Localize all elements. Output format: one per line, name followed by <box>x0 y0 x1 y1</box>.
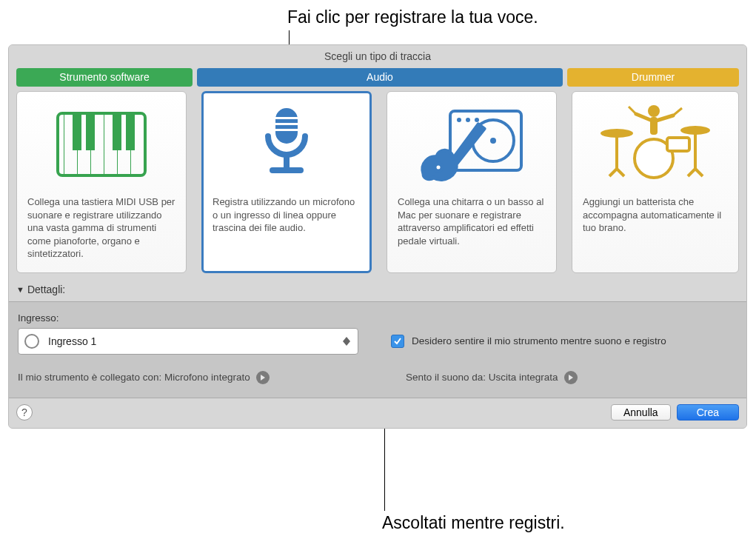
card-guitar-desc: Collega una chitarra o un basso al Mac p… <box>398 195 546 247</box>
keyboard-icon <box>27 101 175 188</box>
tab-software-instrument[interactable]: Strumento software <box>16 68 193 87</box>
card-drummer-desc: Aggiungi un batterista che accompagna au… <box>583 195 728 235</box>
card-audio-guitar[interactable]: Collega una chitarra o un basso al Mac p… <box>387 91 557 273</box>
svg-point-20 <box>457 118 461 122</box>
card-mic-desc: Registra utilizzando un microfono o un i… <box>213 195 361 235</box>
cancel-button[interactable]: Annulla <box>611 404 671 421</box>
svg-point-23 <box>435 164 442 171</box>
svg-line-26 <box>609 169 617 176</box>
svg-rect-4 <box>104 113 104 175</box>
create-button[interactable]: Crea <box>677 404 739 421</box>
output-connection-text: Sento il suono da: Uscita integrata <box>406 372 558 383</box>
monitor-checkbox-label: Desidero sentire il mio strumento mentre… <box>412 335 666 346</box>
svg-line-30 <box>688 169 695 176</box>
triangle-down-icon: ▼ <box>16 285 24 294</box>
input-label: Ingresso: <box>18 312 364 324</box>
callout-top: Fai clic per registrare la tua voce. <box>287 7 538 27</box>
card-audio-mic[interactable]: Registra utilizzando un microfono o un i… <box>201 91 372 273</box>
svg-line-39 <box>673 108 682 115</box>
svg-rect-12 <box>275 117 298 119</box>
svg-rect-14 <box>275 129 298 131</box>
svg-point-34 <box>648 105 660 117</box>
svg-rect-10 <box>126 113 135 150</box>
select-stepper-icon <box>341 337 352 346</box>
svg-line-38 <box>629 107 636 114</box>
card-drummer[interactable]: Aggiungi un batterista che accompagna au… <box>572 91 739 273</box>
track-type-tabs: Strumento software Audio Drummer <box>9 68 746 91</box>
svg-rect-11 <box>275 108 298 144</box>
svg-rect-9 <box>113 113 121 150</box>
dialog-footer: ? Annulla Crea <box>9 398 746 428</box>
tab-audio[interactable]: Audio <box>197 68 563 87</box>
card-software-instrument[interactable]: Collega una tastiera MIDI USB per suonar… <box>16 91 187 273</box>
instrument-connection-text: Il mio strumento è collegato con: Microf… <box>18 372 250 383</box>
help-button[interactable]: ? <box>16 404 33 421</box>
svg-rect-13 <box>275 123 298 125</box>
svg-rect-7 <box>73 113 81 150</box>
track-type-dialog: Scegli un tipo di traccia Strumento soft… <box>8 44 747 429</box>
card-software-desc: Collega una tastiera MIDI USB per suonar… <box>27 195 175 261</box>
output-connection-button[interactable] <box>564 371 578 384</box>
instrument-connection-button[interactable] <box>256 371 270 384</box>
drummer-icon <box>583 101 728 188</box>
svg-rect-15 <box>284 154 290 169</box>
svg-point-21 <box>466 118 470 122</box>
svg-rect-16 <box>270 167 304 173</box>
details-panel: Ingresso: Ingresso 1 Desidero sentire il… <box>9 301 746 398</box>
track-cards-row: Collega una tastiera MIDI USB per suonar… <box>9 91 746 281</box>
input-channel-icon <box>24 334 39 349</box>
details-label: Dettagli: <box>27 284 65 295</box>
monitor-checkbox[interactable] <box>391 335 404 348</box>
svg-line-27 <box>617 169 624 176</box>
svg-line-31 <box>695 169 703 176</box>
svg-rect-1 <box>64 113 64 175</box>
details-toggle[interactable]: ▼ Dettagli: <box>9 281 746 301</box>
svg-point-22 <box>475 118 479 122</box>
input-select[interactable]: Ingresso 1 <box>18 328 358 355</box>
tab-drummer[interactable]: Drummer <box>567 68 739 87</box>
dialog-title: Scegli un tipo di traccia <box>9 45 746 68</box>
svg-point-19 <box>490 138 496 144</box>
svg-rect-8 <box>86 113 95 150</box>
input-select-value: Ingresso 1 <box>48 335 96 347</box>
svg-rect-33 <box>667 138 689 151</box>
callout-bottom: Ascoltati mentre registri. <box>382 513 565 533</box>
guitar-amp-icon <box>398 101 546 188</box>
microphone-icon <box>213 101 361 188</box>
